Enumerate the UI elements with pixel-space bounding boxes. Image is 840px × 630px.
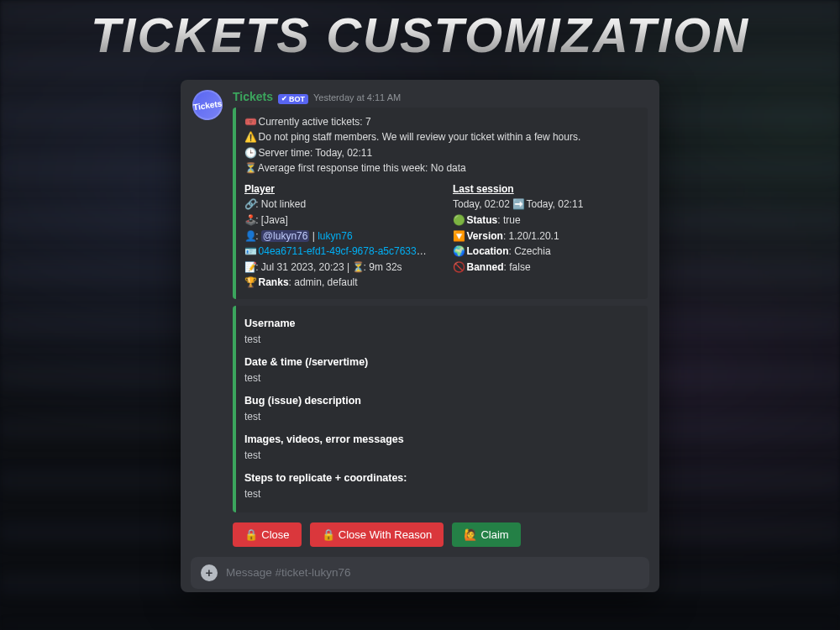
- globe-icon: 🌍: [453, 244, 464, 260]
- field-bug-value: test: [244, 409, 638, 425]
- warning-icon: ⚠️: [244, 129, 255, 145]
- version-label: Version: [467, 230, 503, 242]
- bot-avatar[interactable]: Tickets: [191, 88, 225, 123]
- bot-badge: BOT: [278, 94, 308, 104]
- clock-icon: 🕒: [244, 145, 255, 161]
- embed-info: 🎟️ Currently active tickets: 7 ⚠️ Do not…: [233, 108, 648, 300]
- bot-message: Tickets Tickets BOT Yesterday at 4:11 AM…: [181, 80, 659, 519]
- claim-button[interactable]: 🙋 Claim: [452, 522, 521, 547]
- location-label: Location: [467, 245, 509, 257]
- ranks-value: : admin, default: [289, 276, 358, 288]
- session-column: Last session Today, 02:02 ➡️ Today, 02:1…: [453, 181, 638, 291]
- platform-icon: 🕹️: [244, 213, 255, 228]
- claim-button-label: Claim: [480, 528, 508, 541]
- version-icon: 🔽: [453, 228, 464, 244]
- raise-hand-icon: 🙋: [464, 528, 475, 541]
- field-datetime-value: test: [244, 370, 638, 386]
- field-bug-label: Bug (issue) description: [244, 393, 638, 409]
- hourglass2-icon: ⏳: [352, 260, 363, 276]
- note-icon: 📝: [244, 260, 255, 276]
- status-dot-icon: 🟢: [453, 213, 464, 228]
- discord-panel: Tickets Tickets BOT Yesterday at 4:11 AM…: [181, 80, 659, 592]
- page-title: TICKETS CUSTOMIZATION: [0, 7, 840, 63]
- player-linked: : Not linked: [255, 198, 306, 210]
- field-steps-value: test: [244, 486, 638, 502]
- button-row: 🔒 Close 🔒 Close With Reason 🙋 Claim: [181, 519, 659, 557]
- message-compose[interactable]: +: [191, 557, 649, 589]
- close-button[interactable]: 🔒 Close: [233, 522, 302, 547]
- player-uuid[interactable]: 04ea6711-efd1-49cf-9678-a5c763366a63: [259, 245, 429, 257]
- player-column: Player 🔗: Not linked 🕹️: [Java] 👤: @luky…: [244, 181, 429, 291]
- user-icon: 👤: [244, 228, 255, 244]
- no-ping-text: Do not ping staff members. We will revie…: [259, 131, 581, 143]
- player-duration: : 9m 32s: [364, 261, 402, 273]
- lock2-icon: 🔒: [322, 528, 333, 541]
- field-username-value: test: [244, 332, 638, 348]
- close-button-label: Close: [261, 528, 289, 541]
- player-heading: Player: [244, 183, 275, 195]
- attach-plus-icon[interactable]: +: [201, 564, 218, 581]
- banned-icon: 🚫: [453, 260, 464, 276]
- server-time-text: Server time: Today, 02:11: [259, 147, 373, 159]
- bot-name[interactable]: Tickets: [233, 90, 273, 103]
- id-card-icon: 🪪: [244, 244, 255, 260]
- field-username-label: Username: [244, 316, 638, 332]
- version-value: : 1.20/1.20.1: [503, 230, 559, 242]
- user-mention[interactable]: @lukyn76: [261, 230, 310, 242]
- message-timestamp: Yesterday at 4:11 AM: [313, 92, 401, 102]
- session-from: Today, 02:02: [453, 198, 510, 210]
- avg-response-text: Average first response time this week: N…: [258, 162, 466, 174]
- status-label: Status: [467, 214, 498, 226]
- close-with-reason-button[interactable]: 🔒 Close With Reason: [310, 522, 444, 547]
- player-seen: : Jul 31 2023, 20:23 |: [255, 261, 352, 273]
- trophy-icon: 🏆: [244, 275, 255, 291]
- close-with-reason-label: Close With Reason: [339, 528, 432, 541]
- banned-label: Banned: [467, 261, 504, 273]
- status-value: : true: [497, 214, 520, 226]
- player-platform: : [Java]: [255, 214, 288, 226]
- session-heading: Last session: [453, 183, 514, 195]
- ticket-icon: 🎟️: [244, 114, 255, 130]
- field-media-value: test: [244, 448, 638, 464]
- message-input[interactable]: [226, 566, 639, 579]
- session-to: Today, 02:11: [523, 198, 583, 210]
- ranks-label: Ranks: [259, 276, 289, 288]
- active-tickets-text: Currently active tickets: 7: [259, 116, 371, 128]
- user-link[interactable]: lukyn76: [318, 230, 352, 242]
- embed-form: Usernametest Date & time (/servertime)te…: [233, 306, 648, 512]
- banned-value: : false: [504, 261, 531, 273]
- hourglass-icon: ⏳: [244, 160, 255, 176]
- field-steps-label: Steps to replicate + coordinates:: [244, 470, 638, 486]
- location-value: : Czechia: [509, 245, 551, 257]
- field-media-label: Images, videos, error messages: [244, 432, 638, 448]
- link-icon: 🔗: [244, 197, 255, 213]
- arrow-right-icon: ➡️: [512, 197, 523, 213]
- field-datetime-label: Date & time (/servertime): [244, 354, 638, 370]
- lock-icon: 🔒: [244, 528, 256, 541]
